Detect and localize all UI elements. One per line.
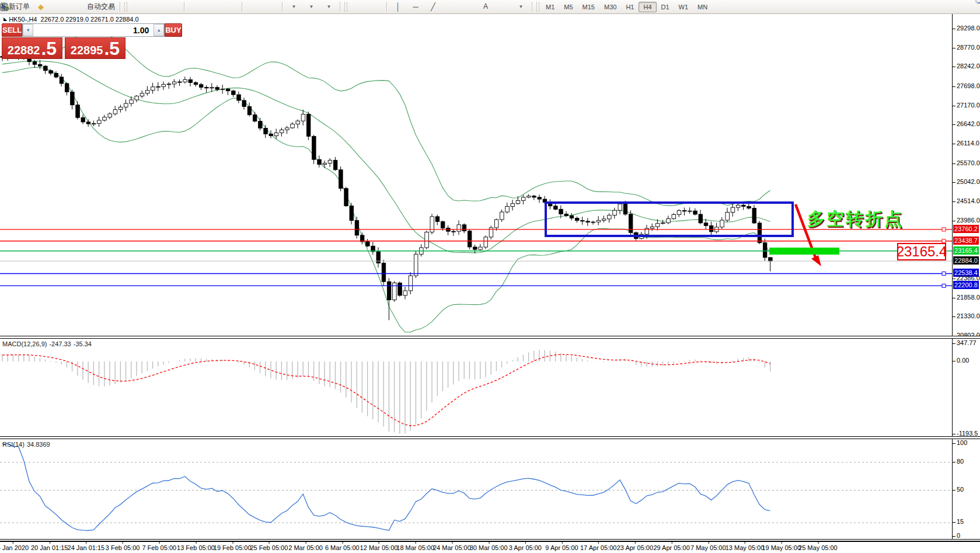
text-button[interactable]: A: [477, 1, 494, 13]
price-tick-label: 25570.0: [953, 159, 980, 166]
tf-m5-button[interactable]: M5: [559, 2, 577, 12]
candle-body: [60, 77, 64, 84]
price-tick-label: 28242.0: [953, 62, 980, 69]
candle-body: [71, 92, 75, 105]
candle-body: [479, 247, 483, 249]
time-tick-label: 24 Jan 01:15: [68, 544, 105, 551]
price-scale[interactable]: 23760.223438.723165.422884.022538.422200…: [952, 13, 980, 541]
volume-input[interactable]: [33, 24, 154, 36]
buy-button[interactable]: BUY: [165, 23, 182, 37]
arrows-button[interactable]: ▼: [512, 1, 529, 13]
candlestick-button[interactable]: [147, 1, 164, 13]
candle-body: [274, 133, 278, 135]
indicators-button[interactable]: +▼: [285, 1, 302, 13]
volume-decrease-button[interactable]: ▼: [23, 24, 33, 36]
new-order-button[interactable]: + 新订单: [6, 1, 32, 13]
horizontal-line-button[interactable]: ─: [407, 1, 424, 13]
tf-mn-button[interactable]: MN: [693, 2, 712, 12]
panel-splitter[interactable]: [0, 436, 980, 439]
candle-body: [140, 93, 144, 96]
tf-d1-button[interactable]: D1: [657, 2, 674, 12]
panel-splitter[interactable]: [0, 539, 980, 541]
line-chart-button[interactable]: [164, 1, 182, 13]
text-label-button[interactable]: T: [494, 1, 512, 13]
main-price-chart[interactable]: [0, 13, 952, 336]
macd-signal-line: [2, 354, 770, 426]
cursor-button[interactable]: [349, 1, 367, 13]
dropdown-arrow-icon: ▼: [519, 4, 524, 9]
time-tick-label: 7 Feb 05:00: [142, 544, 176, 551]
time-tick-label: 7 May 05:00: [690, 544, 726, 551]
autotrade-button[interactable]: 自动交易: [85, 1, 117, 13]
rsi-tick-label: 100: [953, 439, 967, 446]
tf-h1-button[interactable]: H1: [621, 2, 639, 12]
tf-m30-button[interactable]: M30: [599, 2, 621, 12]
tf-h4-button[interactable]: H4: [639, 2, 656, 12]
sell-price-box[interactable]: 22882 .5: [2, 37, 62, 59]
auto-scroll-button[interactable]: [245, 1, 262, 13]
market-watch-button[interactable]: ◆: [32, 1, 50, 13]
market-watch-icon: ◆: [38, 3, 44, 11]
macd-panel[interactable]: [0, 339, 952, 437]
toolbar-separator: [120, 2, 120, 12]
signal-button[interactable]: [67, 1, 85, 13]
line-handle: [942, 272, 946, 275]
macd-tick-label: 0.00: [953, 357, 969, 364]
candle-body: [38, 64, 42, 66]
candle-body: [237, 95, 241, 100]
bollinger-band-line: [2, 67, 770, 332]
support-highlight-bar: [769, 248, 839, 255]
candle-body: [226, 89, 230, 91]
price-tick-label: 23986.0: [953, 217, 980, 224]
candle-body: [124, 103, 128, 107]
buy-price-box[interactable]: 22895 .5: [65, 37, 125, 59]
profile-button[interactable]: [50, 1, 67, 13]
channel-button[interactable]: E: [442, 1, 459, 13]
one-click-trade-panel: SELL ▼ ▲ BUY 22882 .5 22895 .5: [2, 23, 125, 59]
crosshair-button[interactable]: [367, 1, 384, 13]
time-scale[interactable]: 4 Jan 202020 Jan 01:1524 Jan 01:153 Feb …: [0, 541, 980, 553]
zoom-out-button[interactable]: [204, 1, 222, 13]
rsi-line: [2, 444, 770, 530]
chat-icon[interactable]: [975, 0, 980, 6]
fibonacci-button[interactable]: F: [459, 1, 477, 13]
candle-body: [97, 120, 102, 123]
trendline-button[interactable]: ╱: [424, 1, 442, 13]
bar-chart-button[interactable]: [129, 1, 147, 13]
macd-value-2: -35.34: [74, 340, 92, 347]
tile-windows-button[interactable]: [222, 1, 239, 13]
candle-body: [172, 82, 176, 84]
zoom-in-button[interactable]: [187, 1, 204, 13]
price-tick-label: 21330.0: [953, 312, 980, 319]
sell-button[interactable]: SELL: [2, 23, 22, 37]
price-line-label: 23438.7: [953, 236, 979, 245]
candle-body: [538, 197, 542, 199]
panel-splitter[interactable]: [0, 336, 980, 339]
tf-m1-button[interactable]: M1: [541, 2, 559, 12]
candle-body: [457, 225, 461, 231]
rsi-panel[interactable]: [0, 439, 952, 539]
candle-body: [516, 200, 520, 203]
chart-shift-button[interactable]: [262, 1, 280, 13]
tf-w1-button[interactable]: W1: [674, 2, 693, 12]
candle-body: [86, 122, 90, 124]
line-handle: [942, 284, 946, 287]
price-tick-label: 22386.0: [953, 274, 980, 281]
candle-body: [65, 84, 69, 92]
sell-price-int: 22882: [8, 44, 40, 57]
toolbar-separator: [386, 2, 387, 12]
toolbar-grip: [124, 2, 127, 12]
candle-body: [468, 231, 472, 247]
candle-body: [382, 263, 386, 282]
candle-body: [355, 221, 359, 235]
tf-m15-button[interactable]: M15: [578, 2, 599, 12]
chart-window[interactable]: ◣HK50-,H4 22672.022919.022671.022884.0 S…: [0, 13, 980, 553]
dropdown-arrow-icon: ▼: [309, 4, 314, 9]
periods-button[interactable]: ▼: [302, 1, 320, 13]
rsi-name: RSI(14): [2, 441, 25, 448]
volume-increase-button[interactable]: ▲: [154, 24, 164, 36]
toolbar-separator: [282, 2, 283, 12]
templates-button[interactable]: ▼: [320, 1, 337, 13]
candle-body: [344, 189, 348, 206]
vertical-line-button[interactable]: │: [389, 1, 407, 13]
